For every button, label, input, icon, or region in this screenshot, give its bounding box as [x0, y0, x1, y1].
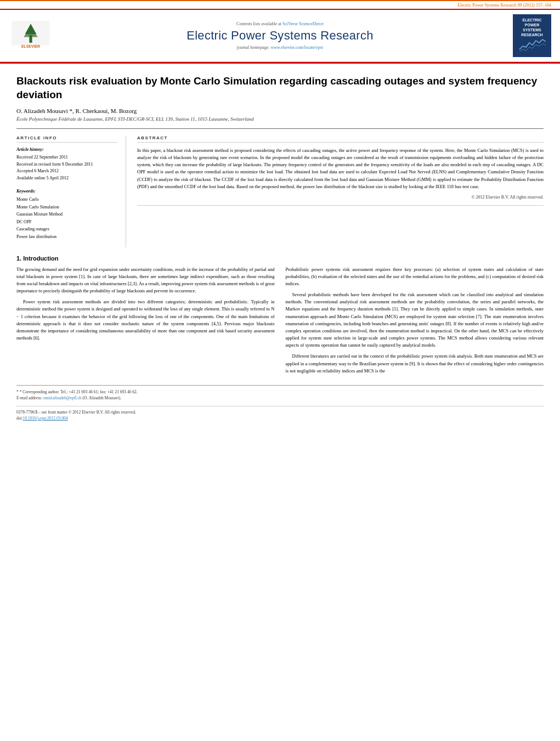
homepage-url[interactable]: www.elsevier.com/locate/epsr [270, 45, 323, 50]
elsevier-logo-container: ELSEVIER [9, 21, 58, 50]
keyword-dc-opf: DC OPF [16, 218, 118, 226]
abstract-column: ABSTRACT In this paper, a blackout risk … [137, 135, 544, 247]
badge-chart-icon [518, 37, 546, 53]
keyword-power-law: Power law distribution [16, 233, 118, 241]
footnote-section: * * Corresponding author. Tel.: +41 21 6… [16, 385, 544, 421]
footnote-email-label: E-mail address: [16, 395, 42, 400]
abstract-text: In this paper, a blackout risk assessmen… [137, 147, 544, 190]
homepage-line: journal homepage: www.elsevier.com/locat… [58, 45, 502, 50]
revised-date: Received in revised form 9 December 2011 [16, 161, 118, 168]
elsevier-tree-icon: ELSEVIER [9, 21, 53, 49]
footnote-star-text: * Corresponding author. Tel.: +41 21 693… [20, 389, 138, 394]
section1-heading: 1. Introduction [16, 255, 544, 262]
contents-available-line: Contents lists available at SciVerse Sci… [58, 21, 502, 26]
article-history-label: Article history: [16, 147, 118, 152]
received-date: Received 22 September 2011 [16, 154, 118, 161]
keyword-monte-carlo: Monte Carlo [16, 196, 118, 203]
keyword-cascading: Cascading outages [16, 225, 118, 233]
footer-issn: 0378-7796/$ – see front matter © 2012 El… [16, 410, 544, 415]
article-info-label: ARTICLE INFO [16, 135, 118, 143]
journal-badge-container: ELECTRIC POWER SYSTEMS RESEARCH [502, 14, 551, 57]
online-date: Available online 5 April 2012 [16, 175, 118, 182]
footer-doi-label: doi: [16, 416, 23, 421]
abstract-label: ABSTRACT [137, 135, 544, 143]
volume-info: Electric Power Systems Research 89 (2012… [0, 1, 560, 9]
sciverse-link[interactable]: SciVerse ScienceDirect [282, 21, 324, 26]
introduction-columns: The growing demand and the need for grid… [16, 266, 544, 378]
keywords-list: Monte Carlo Monte Carlo Simulation Gauss… [16, 196, 118, 241]
badge-line3: RESEARCH [517, 32, 547, 37]
authors-text: O. Alizadeh Mousavi *, R. Cherkaoui, M. … [16, 108, 137, 114]
badge-line1: ELECTRIC POWER [517, 18, 547, 27]
footnote-email-name: (O. Alizadeh Mousavi). [82, 395, 121, 400]
article-info-column: ARTICLE INFO Article history: Received 2… [16, 135, 126, 247]
journal-header: ELSEVIER Contents lists available at Sci… [0, 9, 560, 62]
footnote-email-link[interactable]: omid.alizadeh@epfl.ch [43, 395, 82, 400]
article-history-block: Article history: Received 22 September 2… [16, 147, 118, 182]
intro-p2: Power system risk assessment methods are… [16, 298, 275, 342]
homepage-label: journal homepage: [237, 45, 270, 50]
contents-text: Contents lists available at [236, 21, 281, 26]
paper-content: Blackouts risk evaluation by Monte Carlo… [0, 64, 560, 420]
intro-r-p3: Different literatures are carried out in… [286, 353, 544, 375]
paper-title: Blackouts risk evaluation by Monte Carlo… [16, 75, 544, 101]
keyword-mcs: Monte Carlo Simulation [16, 203, 118, 211]
journal-header-center: Contents lists available at SciVerse Sci… [58, 21, 502, 50]
journal-badge: ELECTRIC POWER SYSTEMS RESEARCH [513, 14, 551, 57]
paper-title-section: Blackouts risk evaluation by Monte Carlo… [16, 64, 544, 128]
keyword-gmm: Gaussian Mixture Method [16, 211, 118, 218]
intro-p1: The growing demand and the need for grid… [16, 266, 275, 295]
footer-doi-line: doi:10.1016/j.epsr.2012.03.004 [16, 416, 544, 421]
intro-left-column: The growing demand and the need for grid… [16, 266, 275, 378]
accepted-date: Accepted 6 March 2012 [16, 168, 118, 175]
badge-line2: SYSTEMS [517, 27, 547, 32]
footnote-corresponding: * * Corresponding author. Tel.: +41 21 6… [16, 389, 544, 395]
footer-doi-link[interactable]: 10.1016/j.epsr.2012.03.004 [23, 416, 68, 421]
keywords-block: Keywords: Monte Carlo Monte Carlo Simula… [16, 189, 118, 241]
paper-affiliation: École Polytechnique Fédérale de Lausanne… [16, 116, 544, 122]
volume-text: Electric Power Systems Research 89 (2012… [457, 3, 551, 8]
paper-authors: O. Alizadeh Mousavi *, R. Cherkaoui, M. … [16, 108, 544, 114]
copyright-line: © 2012 Elsevier B.V. All rights reserved… [137, 195, 544, 206]
intro-right-column: Probabilistic power systems risk assessm… [286, 266, 544, 378]
journal-title: Electric Power Systems Research [58, 29, 502, 43]
intro-r-p1: Probabilistic power systems risk assessm… [286, 266, 544, 288]
article-meta-columns: ARTICLE INFO Article history: Received 2… [16, 135, 544, 247]
footnote-email-line: E-mail address: omid.alizadeh@epfl.ch (O… [16, 395, 544, 401]
svg-text:ELSEVIER: ELSEVIER [21, 44, 40, 48]
introduction-section: 1. Introduction The growing demand and t… [16, 255, 544, 378]
keywords-label: Keywords: [16, 189, 118, 194]
intro-r-p2: Several probabilistic methods have been … [286, 291, 544, 349]
